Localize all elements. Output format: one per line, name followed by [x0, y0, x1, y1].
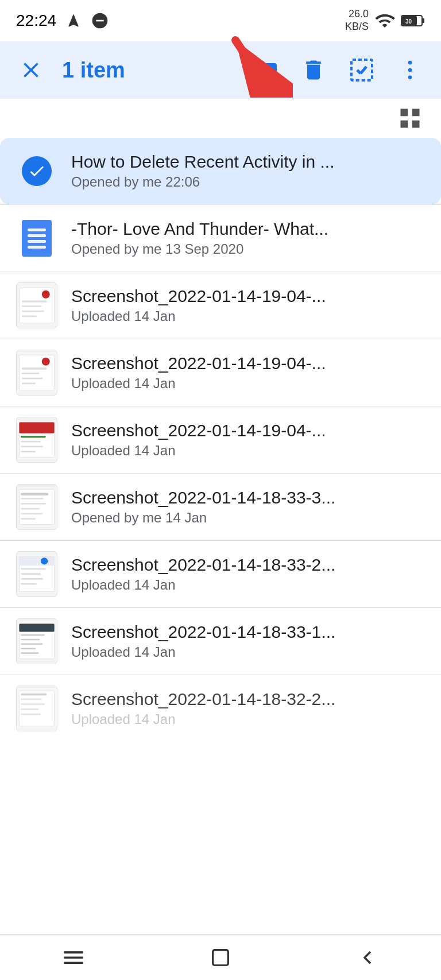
svg-rect-55 [21, 639, 40, 641]
file-meta: Uploaded 14 Jan [71, 644, 425, 660]
svg-point-11 [408, 76, 412, 80]
file-meta: Uploaded 14 Jan [71, 375, 425, 392]
svg-point-50 [41, 557, 48, 564]
svg-rect-24 [22, 367, 47, 370]
list-item[interactable]: Screenshot_2022-01-14-19-04-... Uploaded… [0, 272, 441, 339]
svg-rect-63 [21, 703, 45, 705]
file-thumbnail [16, 553, 57, 595]
svg-rect-32 [21, 441, 41, 443]
file-info: How to Delete Recent Activity in ... Ope… [71, 152, 425, 190]
svg-text:30: 30 [405, 18, 412, 25]
list-item[interactable]: Screenshot_2022-01-14-18-32-2... Uploade… [0, 675, 441, 742]
svg-rect-30 [19, 422, 54, 433]
svg-rect-49 [21, 583, 37, 585]
file-icon-doc [16, 218, 57, 259]
svg-rect-57 [21, 648, 36, 649]
file-info: Screenshot_2022-01-14-19-04-... Uploaded… [71, 286, 425, 324]
svg-rect-25 [22, 373, 40, 374]
hamburger-button[interactable] [51, 940, 96, 975]
file-thumbnail [16, 419, 57, 460]
svg-rect-64 [21, 708, 39, 710]
bottom-navigation [0, 934, 441, 980]
svg-rect-46 [21, 568, 46, 570]
file-info: Screenshot_2022-01-14-18-32-2... Uploade… [71, 690, 425, 727]
status-bar: 22:24 26.0 KB/S 30 [0, 0, 441, 41]
file-info: -Thor- Love And Thunder- What... Opened … [71, 219, 425, 257]
file-name: Screenshot_2022-01-14-18-32-2... [71, 690, 425, 709]
svg-rect-65 [21, 714, 41, 715]
file-thumbnail [16, 688, 57, 729]
svg-rect-54 [21, 634, 45, 636]
more-options-button[interactable] [395, 55, 425, 85]
svg-rect-18 [22, 305, 42, 307]
file-info: Screenshot_2022-01-14-18-33-2... Uploade… [71, 555, 425, 593]
selection-count-label: 1 item [62, 58, 125, 83]
svg-rect-56 [21, 644, 43, 645]
delete-button[interactable] [299, 55, 328, 85]
action-bar-left: 1 item [16, 55, 250, 85]
list-item[interactable]: -Thor- Love And Thunder- What... Opened … [0, 205, 441, 272]
file-info: Screenshot_2022-01-14-19-04-... Uploaded… [71, 421, 425, 459]
file-name: How to Delete Recent Activity in ... [71, 152, 425, 172]
file-name: -Thor- Love And Thunder- What... [71, 219, 425, 239]
action-bar: 1 item [0, 41, 441, 99]
svg-rect-33 [21, 446, 43, 448]
file-meta: Opened by me 22:06 [71, 174, 425, 190]
list-item[interactable]: Screenshot_2022-01-14-19-04-... Uploaded… [0, 339, 441, 406]
svg-point-9 [408, 61, 412, 65]
file-info: Screenshot_2022-01-14-19-04-... Uploaded… [71, 354, 425, 392]
file-thumbnail [16, 621, 57, 662]
svg-rect-31 [21, 436, 46, 438]
file-info: Screenshot_2022-01-14-18-33-1... Uploade… [71, 622, 425, 660]
file-meta: Opened by me 14 Jan [71, 510, 425, 526]
list-item[interactable]: Screenshot_2022-01-14-19-04-... Uploaded… [0, 406, 441, 473]
svg-rect-61 [21, 694, 47, 696]
svg-line-8 [361, 67, 366, 73]
location-icon [65, 13, 82, 29]
svg-rect-1 [96, 20, 103, 22]
file-name: Screenshot_2022-01-14-19-04-... [71, 286, 425, 306]
svg-point-10 [408, 68, 412, 72]
file-name: Screenshot_2022-01-14-18-33-1... [71, 622, 425, 642]
svg-rect-45 [19, 556, 54, 565]
svg-rect-26 [22, 378, 43, 379]
select-all-button[interactable] [347, 55, 377, 85]
grid-toggle-bar [0, 99, 441, 138]
file-meta: Uploaded 14 Jan [71, 443, 425, 459]
file-thumbnail [16, 352, 57, 393]
home-button[interactable] [198, 940, 243, 975]
file-name: Screenshot_2022-01-14-19-04-... [71, 421, 425, 440]
grid-view-button[interactable] [395, 103, 425, 133]
svg-rect-34 [21, 451, 36, 452]
svg-rect-47 [21, 573, 41, 575]
list-item[interactable]: Screenshot_2022-01-14-18-33-3... Opened … [0, 474, 441, 540]
file-meta: Opened by me 13 Sep 2020 [71, 241, 425, 257]
net-unit: KB/S [345, 21, 369, 33]
list-item[interactable]: Screenshot_2022-01-14-18-33-1... Uploade… [0, 608, 441, 675]
wifi-icon [374, 10, 395, 31]
list-item[interactable]: Screenshot_2022-01-14-18-33-2... Uploade… [0, 541, 441, 607]
status-right: 26.0 KB/S 30 [345, 8, 425, 33]
list-item[interactable]: How to Delete Recent Activity in ... Ope… [0, 138, 441, 204]
svg-rect-62 [21, 699, 42, 700]
file-name: Screenshot_2022-01-14-18-33-3... [71, 488, 425, 508]
svg-rect-4 [422, 18, 424, 23]
file-meta: Uploaded 14 Jan [71, 308, 425, 324]
dnd-icon [91, 11, 109, 30]
file-icon-selected [16, 150, 57, 192]
file-thumbnail [16, 486, 57, 528]
svg-rect-27 [22, 383, 36, 385]
svg-rect-66 [213, 950, 229, 965]
back-button[interactable] [345, 940, 390, 975]
file-meta: Uploaded 14 Jan [71, 577, 425, 593]
svg-rect-37 [21, 493, 48, 495]
svg-rect-20 [22, 316, 37, 317]
close-button[interactable] [16, 55, 46, 85]
svg-rect-39 [21, 503, 46, 505]
file-name: Screenshot_2022-01-14-19-04-... [71, 354, 425, 373]
file-list: How to Delete Recent Activity in ... Ope… [0, 138, 441, 742]
svg-rect-38 [21, 498, 43, 499]
red-arrow-annotation [224, 34, 293, 98]
svg-rect-19 [22, 311, 44, 312]
battery-icon: 30 [401, 13, 425, 29]
